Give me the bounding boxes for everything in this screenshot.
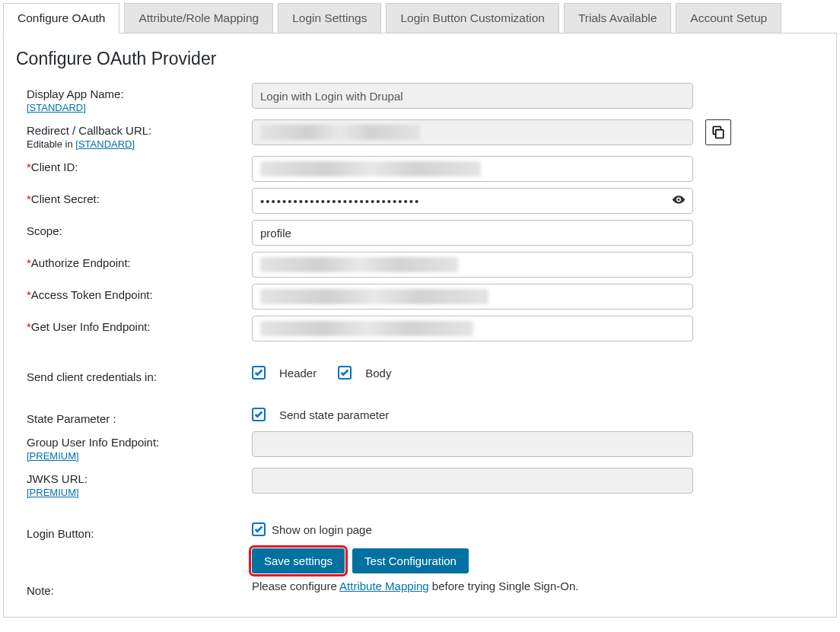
client-secret-input[interactable] <box>252 188 693 214</box>
user-info-endpoint-input[interactable] <box>252 316 693 341</box>
badge-standard-link[interactable]: [STANDARD] <box>27 102 86 113</box>
label-state-parameter: State Parameter : <box>27 412 116 425</box>
checkbox-show-on-login-label[interactable]: Show on login page <box>272 523 372 536</box>
attribute-mapping-link[interactable]: Attribute Mapping <box>339 580 429 592</box>
scope-input[interactable] <box>252 220 693 246</box>
label-client-secret: Client Secret: <box>31 192 100 205</box>
label-user-info-endpoint: Get User Info Endpoint: <box>31 320 151 333</box>
badge-standard-link-2[interactable]: [STANDARD] <box>75 138 135 150</box>
badge-premium-link[interactable]: [PREMIUM] <box>27 450 79 462</box>
tab-login-button-customization[interactable]: Login Button Customization <box>386 3 559 33</box>
label-access-token-endpoint: Access Token Endpoint: <box>31 288 153 301</box>
display-app-name-input <box>252 83 693 109</box>
copy-callback-button[interactable] <box>705 119 731 145</box>
label-redirect-callback: Redirect / Callback URL: <box>27 124 252 137</box>
test-configuration-button[interactable]: Test Configuration <box>352 548 469 573</box>
label-jwks-url: JWKS URL: <box>27 472 252 485</box>
tabs-bar: Configure OAuth Attribute/Role Mapping L… <box>3 3 837 33</box>
checkbox-header-label[interactable]: Header <box>279 367 317 380</box>
tab-configure-oauth[interactable]: Configure OAuth <box>3 3 119 33</box>
check-icon <box>253 409 264 420</box>
checkbox-body[interactable] <box>338 366 352 380</box>
checkbox-send-state-label[interactable]: Send state parameter <box>279 408 389 421</box>
checkbox-body-label[interactable]: Body <box>365 367 391 380</box>
label-authorize-endpoint: Authorize Endpoint: <box>31 256 131 269</box>
note-text: Please configure Attribute Mapping befor… <box>252 580 578 592</box>
label-client-id: Client ID: <box>31 160 78 173</box>
checkbox-header[interactable] <box>252 366 266 380</box>
check-icon <box>253 524 264 535</box>
jwks-url-input <box>252 468 693 494</box>
note-suffix: before trying Single Sign-On. <box>429 580 579 592</box>
tab-account-setup[interactable]: Account Setup <box>676 3 781 33</box>
group-user-info-input <box>252 431 693 457</box>
tab-attribute-role-mapping[interactable]: Attribute/Role Mapping <box>124 3 273 33</box>
label-scope: Scope: <box>27 224 62 237</box>
checkbox-show-on-login[interactable] <box>252 522 266 536</box>
tab-login-settings[interactable]: Login Settings <box>278 3 381 33</box>
label-login-button: Login Button: <box>27 527 94 540</box>
access-token-endpoint-input[interactable] <box>252 284 693 310</box>
authorize-endpoint-input[interactable] <box>252 252 693 278</box>
label-send-client-credentials: Send client credentials in: <box>27 370 157 383</box>
config-panel: Configure OAuth Provider Display App Nam… <box>3 33 837 618</box>
check-icon <box>253 367 264 378</box>
note-prefix: Please configure <box>252 580 339 592</box>
badge-premium-link-2[interactable]: [PREMIUM] <box>27 487 79 498</box>
label-editable-in: Editable in <box>27 138 75 150</box>
eye-icon <box>672 193 686 207</box>
check-icon <box>339 367 350 378</box>
label-display-app-name: Display App Name: <box>27 87 252 100</box>
checkbox-send-state[interactable] <box>252 408 266 421</box>
label-group-user-info-endpoint: Group User Info Endpoint: <box>27 436 252 449</box>
page-title: Configure OAuth Provider <box>16 49 824 69</box>
label-note: Note: <box>27 584 54 597</box>
redirect-callback-input <box>252 119 693 145</box>
svg-rect-0 <box>716 130 724 138</box>
save-settings-button[interactable]: Save settings <box>252 548 345 573</box>
client-id-input[interactable] <box>252 156 693 182</box>
toggle-secret-visibility[interactable] <box>672 193 686 209</box>
tab-trials-available[interactable]: Trials Available <box>564 3 671 33</box>
copy-icon <box>711 125 726 140</box>
